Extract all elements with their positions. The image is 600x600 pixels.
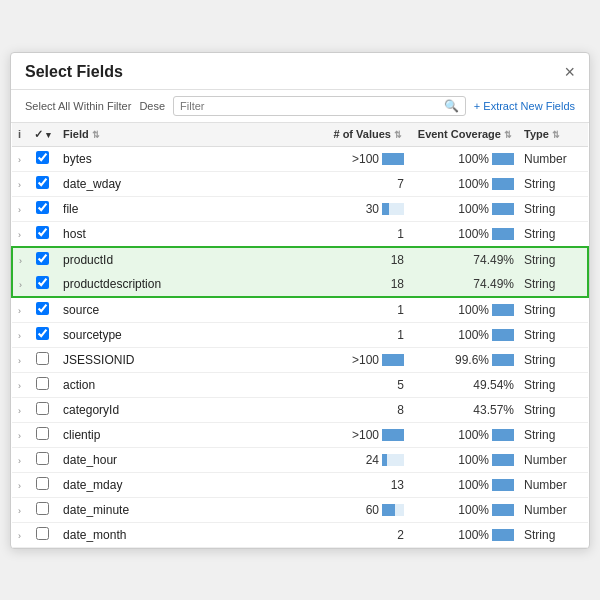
values-count: 8	[397, 403, 404, 417]
row-checkbox[interactable]	[36, 427, 49, 440]
checkbox-cell[interactable]	[28, 422, 57, 447]
checkbox-cell[interactable]	[28, 372, 57, 397]
col-values[interactable]: # of Values ⇅	[318, 123, 408, 147]
expand-cell[interactable]: ›	[12, 497, 28, 522]
expand-arrow: ›	[18, 406, 21, 416]
coverage-value: 99.6%	[455, 353, 489, 367]
expand-cell[interactable]: ›	[12, 422, 28, 447]
row-checkbox[interactable]	[36, 452, 49, 465]
dialog-header: Select Fields ×	[11, 53, 589, 90]
close-button[interactable]: ×	[564, 63, 575, 81]
col-coverage[interactable]: Event Coverage ⇅	[408, 123, 518, 147]
coverage-bar-container	[492, 329, 514, 341]
coverage-value: 100%	[458, 177, 489, 191]
filter-input[interactable]	[180, 100, 444, 112]
row-checkbox[interactable]	[36, 201, 49, 214]
row-checkbox[interactable]	[36, 502, 49, 515]
expand-cell[interactable]: ›	[12, 322, 28, 347]
values-count: 1	[397, 328, 404, 342]
row-checkbox[interactable]	[36, 377, 49, 390]
field-name-cell: productdescription	[57, 272, 318, 297]
expand-cell[interactable]: ›	[12, 522, 28, 547]
checkbox-cell[interactable]	[28, 497, 57, 522]
field-name-cell: JSESSIONID	[57, 347, 318, 372]
coverage-bar-fill	[492, 329, 514, 341]
coverage-bar-fill	[492, 354, 514, 366]
expand-arrow: ›	[18, 306, 21, 316]
table-row: ›productId1874.49%String	[12, 247, 588, 272]
table-row: ›date_minute60100%Number	[12, 497, 588, 522]
col-field[interactable]: Field ⇅	[57, 123, 318, 147]
coverage-cell: 43.57%	[408, 397, 518, 422]
row-checkbox[interactable]	[36, 327, 49, 340]
expand-arrow: ›	[18, 506, 21, 516]
table-row: ›bytes>100100%Number	[12, 146, 588, 171]
col-type[interactable]: Type ⇅	[518, 123, 588, 147]
coverage-cell: 100%	[408, 322, 518, 347]
row-checkbox[interactable]	[36, 226, 49, 239]
checkbox-cell[interactable]	[28, 397, 57, 422]
coverage-value: 74.49%	[473, 253, 514, 267]
coverage-bar-fill	[492, 479, 514, 491]
expand-cell[interactable]: ›	[12, 272, 28, 297]
row-checkbox[interactable]	[36, 527, 49, 540]
expand-cell[interactable]: ›	[12, 372, 28, 397]
checkbox-cell[interactable]	[28, 322, 57, 347]
extract-new-fields-link[interactable]: + Extract New Fields	[474, 100, 575, 112]
row-checkbox[interactable]	[36, 352, 49, 365]
checkbox-cell[interactable]	[28, 171, 57, 196]
table-row: ›JSESSIONID>10099.6%String	[12, 347, 588, 372]
coverage-value: 100%	[458, 503, 489, 517]
expand-cell[interactable]: ›	[12, 447, 28, 472]
table-row: ›host1100%String	[12, 221, 588, 247]
expand-arrow: ›	[18, 431, 21, 441]
expand-cell[interactable]: ›	[12, 397, 28, 422]
coverage-cell: 100%	[408, 297, 518, 323]
row-checkbox[interactable]	[36, 276, 49, 289]
row-checkbox[interactable]	[36, 151, 49, 164]
checkbox-cell[interactable]	[28, 146, 57, 171]
deselect-link[interactable]: Dese	[139, 100, 165, 112]
values-count: 5	[397, 378, 404, 392]
checkbox-cell[interactable]	[28, 447, 57, 472]
expand-cell[interactable]: ›	[12, 221, 28, 247]
expand-cell[interactable]: ›	[12, 347, 28, 372]
row-checkbox[interactable]	[36, 302, 49, 315]
row-checkbox[interactable]	[36, 252, 49, 265]
checkbox-cell[interactable]	[28, 522, 57, 547]
checkbox-cell[interactable]	[28, 297, 57, 323]
checkbox-cell[interactable]	[28, 221, 57, 247]
type-cell: String	[518, 372, 588, 397]
col-check[interactable]: ✓ ▾	[28, 123, 57, 147]
row-checkbox[interactable]	[36, 402, 49, 415]
expand-cell[interactable]: ›	[12, 472, 28, 497]
expand-cell[interactable]: ›	[12, 196, 28, 221]
expand-cell[interactable]: ›	[12, 297, 28, 323]
coverage-cell: 49.54%	[408, 372, 518, 397]
checkbox-cell[interactable]	[28, 196, 57, 221]
expand-cell[interactable]: ›	[12, 146, 28, 171]
row-checkbox[interactable]	[36, 176, 49, 189]
checkbox-cell[interactable]	[28, 247, 57, 272]
coverage-value: 100%	[458, 328, 489, 342]
expand-cell[interactable]: ›	[12, 247, 28, 272]
coverage-bar-container	[492, 304, 514, 316]
field-name-cell: date_month	[57, 522, 318, 547]
values-bar-fill	[382, 203, 389, 215]
checkbox-cell[interactable]	[28, 472, 57, 497]
coverage-cell: 74.49%	[408, 247, 518, 272]
table-header-row: i ✓ ▾ Field ⇅ # of Values ⇅ Event Covera…	[12, 123, 588, 147]
row-checkbox[interactable]	[36, 477, 49, 490]
expand-cell[interactable]: ›	[12, 171, 28, 196]
values-count: 60	[366, 503, 379, 517]
values-count: 2	[397, 528, 404, 542]
select-all-link[interactable]: Select All Within Filter	[25, 100, 131, 112]
values-bar-fill	[382, 454, 387, 466]
values-cell: 8	[318, 397, 408, 422]
table-row: ›date_month2100%String	[12, 522, 588, 547]
checkbox-cell[interactable]	[28, 347, 57, 372]
coverage-cell: 100%	[408, 422, 518, 447]
coverage-value: 100%	[458, 227, 489, 241]
checkbox-cell[interactable]	[28, 272, 57, 297]
info-icon: i	[18, 128, 21, 140]
